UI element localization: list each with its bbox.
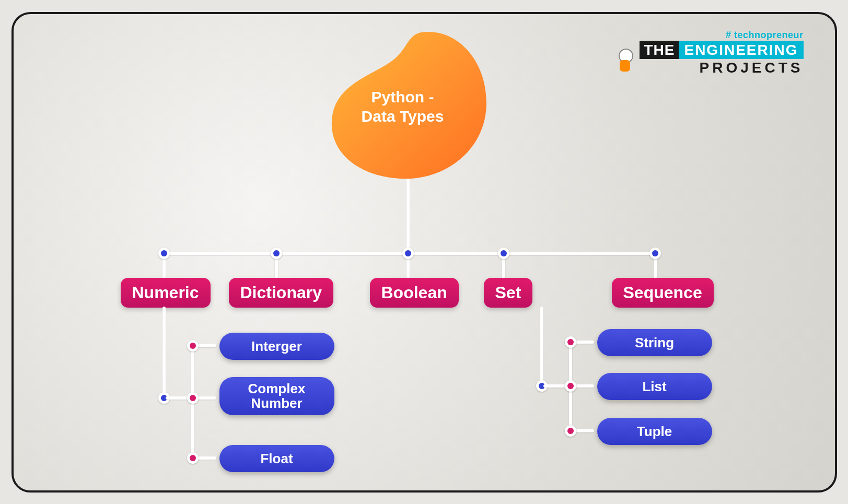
logo-row: THEENGINEERING PROJECTS — [614, 42, 803, 76]
logo-tagline: # technopreneur — [614, 30, 803, 41]
junction-dot-icon — [158, 248, 170, 259]
sub-tuple: Tuple — [597, 418, 712, 446]
category-numeric: Numeric — [121, 278, 211, 308]
junction-dot-icon — [187, 452, 199, 464]
sub-integer: Interger — [219, 333, 334, 360]
root-node: Python - Data Types — [319, 30, 492, 181]
sub-complex-number: Complex Number — [219, 377, 334, 415]
junction-dot-icon — [565, 336, 576, 348]
logo-projects: PROJECTS — [640, 60, 803, 76]
junction-dot-icon — [187, 340, 199, 351]
connector-line — [540, 307, 543, 386]
junction-dot-icon — [649, 248, 661, 259]
sub-float: Float — [219, 445, 334, 473]
junction-dot-icon — [565, 425, 576, 437]
junction-dot-icon — [187, 392, 199, 404]
diagram-frame: # technopreneur THEENGINEERING PROJECTS … — [11, 12, 837, 493]
category-dictionary: Dictionary — [229, 278, 333, 308]
category-set: Set — [484, 278, 533, 308]
connector-line — [406, 179, 410, 253]
logo-engineering: ENGINEERING — [679, 41, 803, 59]
junction-dot-icon — [565, 380, 576, 392]
sub-string: String — [597, 329, 712, 357]
root-label: Python - Data Types — [345, 87, 460, 126]
category-boolean: Boolean — [370, 278, 459, 308]
logo-the: THE — [640, 41, 679, 59]
category-sequence: Sequence — [612, 278, 714, 308]
junction-dot-icon — [498, 248, 509, 259]
robot-icon — [614, 44, 635, 74]
connector-line — [162, 307, 166, 398]
sub-list: List — [597, 373, 712, 401]
brand-logo: # technopreneur THEENGINEERING PROJECTS — [614, 30, 803, 76]
junction-dot-icon — [271, 248, 282, 259]
junction-dot-icon — [402, 248, 414, 259]
